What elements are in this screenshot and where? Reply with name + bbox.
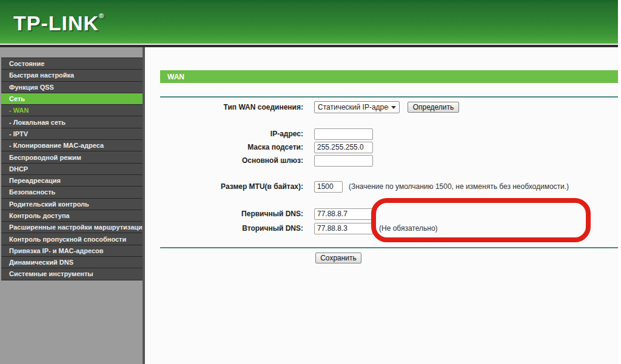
- sidebar-item[interactable]: - Клонирование MAC-адреса: [1, 140, 143, 151]
- sidebar-item[interactable]: Сеть: [1, 93, 143, 105]
- tp-link-logo: TP-LINK®: [13, 12, 104, 35]
- gateway-row: Основной шлюз:: [145, 154, 373, 167]
- wan-type-label: Тип WAN соединения:: [145, 103, 303, 111]
- ip-address-row: IP-адрес:: [145, 128, 373, 140]
- subnet-mask-row: Маска подсети:: [145, 141, 373, 153]
- sidebar-item[interactable]: Родительский контроль: [1, 199, 143, 210]
- sidebar-item[interactable]: Расширенные настройки маршрутизации: [1, 222, 143, 233]
- sidebar-item[interactable]: Контроль доступа: [1, 210, 143, 222]
- save-button[interactable]: Сохранить: [315, 253, 361, 263]
- sidebar-item[interactable]: Переадресация: [1, 175, 143, 187]
- main-content: WAN Тип WAN соединения: Статический IP-а…: [145, 47, 618, 364]
- mtu-note: (Значение по умолчанию 1500, не изменять…: [349, 182, 569, 191]
- gateway-label: Основной шлюз:: [145, 156, 303, 165]
- sidebar-item[interactable]: - Локальная сеть: [1, 116, 143, 128]
- mtu-label: Размер MTU(в байтах):: [145, 182, 303, 191]
- detect-button[interactable]: Определить: [408, 102, 459, 113]
- top-banner: TP-LINK®: [0, 0, 618, 44]
- sidebar-item[interactable]: Безопасность: [1, 187, 143, 198]
- sidebar-item[interactable]: Контроль пропускной способности: [1, 233, 143, 245]
- sidebar-item[interactable]: Беспроводной режим: [1, 151, 143, 163]
- mtu-input[interactable]: [314, 181, 343, 193]
- bottom-rule: [160, 247, 618, 248]
- secondary-dns-label: Вторичный DNS:: [145, 224, 303, 233]
- subnet-mask-input[interactable]: [314, 142, 373, 153]
- top-rule: [160, 96, 618, 98]
- sidebar-item[interactable]: Динамический DNS: [1, 257, 143, 268]
- sidebar-item[interactable]: - WAN: [1, 105, 143, 116]
- ip-address-label: IP-адрес:: [145, 130, 303, 138]
- sidebar-item[interactable]: Быстрая настройка: [1, 70, 143, 81]
- sidebar-menu: СостояниеБыстрая настройкаФункция QSSСет…: [1, 58, 143, 280]
- primary-dns-label: Первичный DNS:: [145, 210, 303, 218]
- router-admin-page: TP-LINK® СостояниеБыстрая настройкаФункц…: [0, 0, 621, 364]
- ip-address-input[interactable]: [314, 128, 373, 140]
- gateway-input[interactable]: [314, 155, 373, 167]
- registered-mark: ®: [99, 12, 104, 19]
- chevron-down-icon: [391, 106, 396, 109]
- sidebar-item[interactable]: DHCP: [1, 164, 143, 175]
- wan-type-selected-value: Статический IP-адрес: [318, 103, 389, 111]
- logo-text: TP-LINK: [13, 12, 99, 35]
- red-highlight-annotation: [371, 198, 591, 242]
- secondary-dns-note: (Не обязательно): [379, 224, 438, 233]
- section-title-bar: WAN: [160, 70, 618, 83]
- section-title: WAN: [167, 73, 184, 81]
- wan-type-select[interactable]: Статический IP-адрес: [314, 101, 400, 113]
- secondary-dns-row: Вторичный DNS: (Не обязательно): [145, 222, 438, 234]
- secondary-dns-input[interactable]: [314, 223, 373, 234]
- sidebar-item[interactable]: Состояние: [1, 58, 143, 70]
- sidebar: СостояниеБыстрая настройкаФункция QSSСет…: [0, 47, 143, 364]
- primary-dns-input[interactable]: [314, 208, 373, 220]
- sidebar-item[interactable]: - IPTV: [1, 128, 143, 140]
- subnet-mask-label: Маска подсети:: [145, 143, 303, 151]
- primary-dns-row: Первичный DNS:: [145, 208, 373, 220]
- mtu-row: Размер MTU(в байтах): (Значение по умолч…: [145, 180, 569, 193]
- wan-type-row: Тип WAN соединения: Статический IP-адрес…: [145, 101, 459, 113]
- sidebar-item[interactable]: Функция QSS: [1, 82, 143, 93]
- sidebar-item[interactable]: Привязка IP- и MAC-адресов: [1, 245, 143, 257]
- sidebar-item[interactable]: Системные инструменты: [1, 268, 143, 280]
